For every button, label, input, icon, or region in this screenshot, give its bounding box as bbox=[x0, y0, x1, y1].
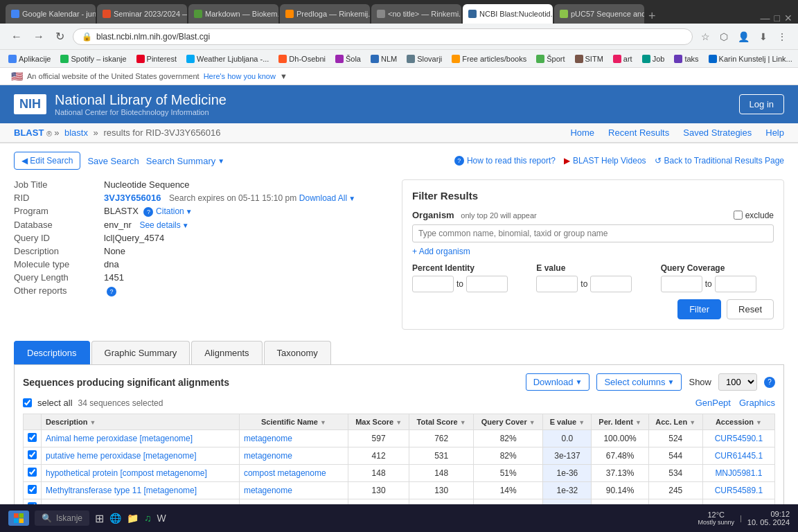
bookmark-dh[interactable]: Dh-Osebni bbox=[276, 53, 328, 64]
e-value-to-input[interactable] bbox=[590, 276, 632, 292]
taskbar-explorer-icon[interactable]: 📁 bbox=[127, 513, 139, 524]
query-coverage-to-input[interactable] bbox=[715, 276, 756, 292]
see-details-link[interactable]: See details ▼ bbox=[139, 220, 188, 230]
filter-button[interactable]: Filter bbox=[677, 299, 721, 319]
browser-tab-5[interactable]: <no title> — Rinkemi... ✕ bbox=[371, 4, 461, 24]
add-organism-button[interactable]: + Add organism bbox=[412, 247, 774, 256]
organism-input[interactable] bbox=[412, 224, 774, 242]
bookmark-freearticles[interactable]: Free articles/books bbox=[449, 53, 529, 64]
bookmark-aplikacije[interactable]: Aplikacije bbox=[6, 53, 53, 64]
tab-taxonomy[interactable]: Taxonomy bbox=[264, 341, 331, 364]
new-tab-button[interactable]: + bbox=[648, 9, 656, 24]
row3-acc-link[interactable]: MNJ05981.1 bbox=[715, 468, 762, 478]
show-count-select[interactable]: 100 50 200 bbox=[718, 373, 757, 391]
browser-tab-6[interactable]: NCBI Blast:Nucleotid... ✕ bbox=[463, 4, 553, 24]
nav-link-saved[interactable]: Saved Strategies bbox=[683, 127, 752, 138]
bookmark-slovarji[interactable]: Slovarji bbox=[404, 53, 445, 64]
row1-desc-link[interactable]: Animal heme peroxidase [metagenome] bbox=[46, 434, 193, 443]
browser-tab-7[interactable]: pUC57 Sequence and... ✕ bbox=[554, 4, 644, 24]
taskbar-word-icon[interactable]: W bbox=[157, 513, 166, 524]
select-columns-button[interactable]: Select columns ▼ bbox=[596, 373, 682, 391]
back-to-traditional-link[interactable]: ↺ Back to Traditional Results Page bbox=[655, 156, 784, 166]
bookmark-art[interactable]: art bbox=[610, 53, 635, 64]
breadcrumb-blastx[interactable]: blastx bbox=[64, 127, 88, 138]
maximize-button[interactable]: □ bbox=[774, 12, 780, 24]
row3-checkbox[interactable] bbox=[28, 468, 37, 477]
minimize-button[interactable]: — bbox=[761, 12, 770, 24]
search-bar[interactable]: 🔍 Iskanje bbox=[35, 511, 89, 526]
query-coverage-from[interactable] bbox=[661, 276, 702, 292]
row4-acc-link[interactable]: CUR54589.1 bbox=[715, 486, 763, 495]
exclude-checkbox[interactable] bbox=[734, 211, 743, 220]
other-reports-help-icon[interactable]: ? bbox=[107, 287, 116, 296]
col-header-per-ident[interactable]: Per. Ident ▼ bbox=[592, 414, 648, 430]
gen-pept-link[interactable]: GenPept bbox=[695, 398, 731, 408]
profile-icon[interactable]: 👤 bbox=[735, 28, 752, 45]
bookmark-taks[interactable]: taks bbox=[671, 53, 701, 64]
col-header-total-score[interactable]: Total Score ▼ bbox=[409, 414, 474, 430]
browser-tab-4[interactable]: Predloga — Rinkemij... ✕ bbox=[280, 4, 370, 24]
bookmark-job[interactable]: Job bbox=[639, 53, 668, 64]
col-header-e-value[interactable]: E value ▼ bbox=[543, 414, 592, 430]
close-window-button[interactable]: ✕ bbox=[784, 12, 792, 24]
row2-desc-link[interactable]: putative heme peroxidase [metagenome] bbox=[46, 451, 196, 461]
row3-sci-link[interactable]: compost metagenome bbox=[244, 468, 326, 478]
taskbar-task-icon[interactable]: ⊞ bbox=[95, 512, 104, 525]
taskbar-chrome-icon[interactable]: 🌐 bbox=[109, 513, 121, 524]
search-summary-dropdown[interactable]: Search Summary ▼ bbox=[146, 156, 224, 166]
col-header-query-cover[interactable]: Query Cover ▼ bbox=[474, 414, 543, 430]
row4-desc-link[interactable]: Methyltransferase type 11 [metagenome] bbox=[46, 486, 197, 495]
row1-checkbox[interactable] bbox=[28, 433, 37, 442]
download-button[interactable]: Download ▼ bbox=[526, 373, 590, 391]
download-nav-icon[interactable]: ⬇ bbox=[756, 28, 770, 45]
results-help-icon[interactable]: ? bbox=[764, 377, 775, 388]
how-to-read-link[interactable]: ? How to read this report? bbox=[454, 156, 556, 166]
login-button[interactable]: Log in bbox=[739, 94, 784, 114]
browser-tab-3[interactable]: Markdown — Biokem... ✕ bbox=[188, 4, 278, 24]
reset-button[interactable]: Reset bbox=[727, 299, 774, 319]
graphics-link[interactable]: Graphics bbox=[739, 398, 775, 408]
col-header-acc-len[interactable]: Acc. Len ▼ bbox=[648, 414, 702, 430]
select-all-checkbox[interactable] bbox=[23, 398, 32, 407]
browser-tab-1[interactable]: Google Kalendar - junij... ✕ bbox=[6, 4, 96, 24]
blast-help-videos-link[interactable]: ▶ BLAST Help Videos bbox=[564, 156, 646, 166]
nav-link-recent[interactable]: Recent Results bbox=[608, 127, 669, 138]
row2-acc-link[interactable]: CUR61445.1 bbox=[715, 451, 763, 461]
bookmark-weather[interactable]: Weather Ljubljana -... bbox=[184, 53, 272, 64]
taskbar-spotify-icon[interactable]: ♫ bbox=[144, 513, 152, 524]
extension-icon[interactable]: ⬡ bbox=[717, 28, 731, 45]
star-icon[interactable]: ☆ bbox=[698, 28, 713, 45]
gov-banner-link[interactable]: Here's how you know bbox=[204, 72, 276, 80]
bookmark-sola[interactable]: Šola bbox=[332, 53, 364, 64]
bookmark-karin[interactable]: Karin Kunstelj | Link... bbox=[706, 53, 795, 64]
col-header-description[interactable]: Description ▼ bbox=[42, 414, 240, 430]
bookmark-spotify[interactable]: Spotify – iskanje bbox=[57, 53, 129, 64]
download-all-link[interactable]: Download All ▼ bbox=[299, 193, 355, 203]
browser-tab-2[interactable]: Seminar 2023/2024 —... ✕ bbox=[97, 4, 187, 24]
program-help-icon[interactable]: ? bbox=[143, 207, 153, 217]
refresh-button[interactable]: ↻ bbox=[53, 27, 67, 46]
bookmark-sport[interactable]: Šport bbox=[533, 53, 567, 64]
back-button[interactable]: ← bbox=[8, 28, 25, 46]
menu-icon[interactable]: ⋮ bbox=[774, 28, 790, 45]
bookmark-sitm[interactable]: SITM bbox=[572, 53, 606, 64]
col-header-max-score[interactable]: Max Score ▼ bbox=[348, 414, 409, 430]
tab-descriptions[interactable]: Descriptions bbox=[14, 341, 90, 364]
e-value-from[interactable] bbox=[536, 276, 578, 292]
edit-search-button[interactable]: ◀ Edit Search bbox=[14, 152, 80, 170]
row2-checkbox[interactable] bbox=[28, 450, 37, 459]
rid-link[interactable]: 3VJ3Y656016 bbox=[104, 193, 161, 203]
bookmark-nlm[interactable]: NLM bbox=[368, 53, 400, 64]
row3-desc-link[interactable]: hypothetical protein [compost metagenome… bbox=[46, 468, 207, 478]
row4-sci-link[interactable]: metagenome bbox=[244, 486, 292, 495]
row1-sci-link[interactable]: metagenome bbox=[244, 434, 292, 443]
col-header-accession[interactable]: Accession ▼ bbox=[702, 414, 774, 430]
save-search-link[interactable]: Save Search bbox=[87, 156, 139, 166]
forward-button[interactable]: → bbox=[30, 28, 47, 46]
tab-graphic-summary[interactable]: Graphic Summary bbox=[91, 341, 190, 364]
tab-alignments[interactable]: Alignments bbox=[191, 341, 262, 364]
percent-identity-to-input[interactable] bbox=[466, 276, 508, 292]
citation-link[interactable]: Citation ▼ bbox=[156, 206, 193, 216]
url-bar[interactable]: 🔒 blast.ncbi.nlm.nih.gov/Blast.cgi bbox=[73, 28, 693, 45]
breadcrumb-blast[interactable]: BLAST bbox=[14, 127, 44, 138]
